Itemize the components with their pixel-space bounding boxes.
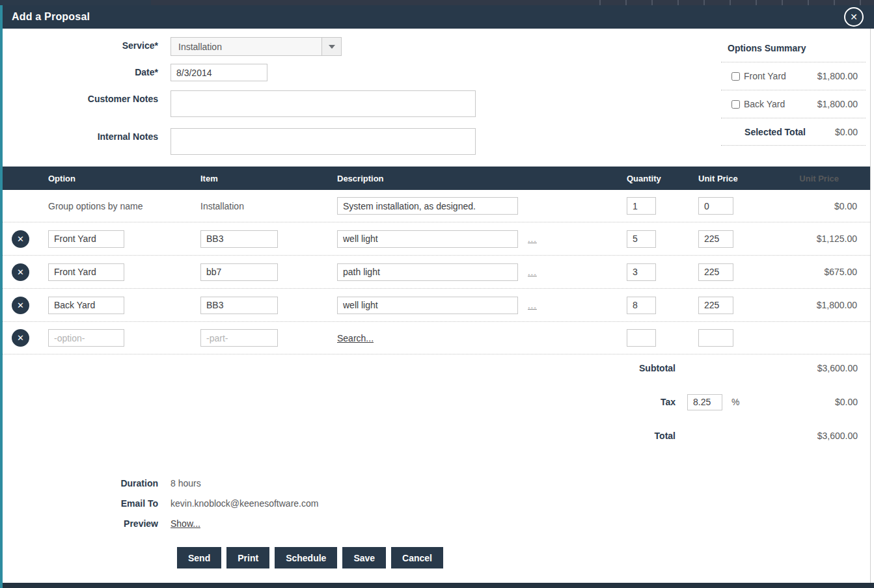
table-header: Option Item Description Quantity Unit Pr… [3, 167, 870, 190]
row-total: $1,800.00 [770, 300, 870, 310]
service-select-value: Installation [171, 42, 222, 52]
total-column-header: Unit Price [770, 174, 870, 183]
preview-label: Preview [3, 518, 158, 529]
background-page-top [0, 0, 874, 5]
option-field[interactable] [48, 263, 124, 281]
item-field[interactable] [200, 230, 278, 248]
print-button[interactable]: Print [226, 547, 269, 568]
row-total: $675.00 [770, 267, 870, 277]
delete-row-icon[interactable]: ✕ [12, 297, 29, 314]
more-description-link[interactable]: ... [528, 301, 537, 310]
selected-total-amount: $0.00 [806, 127, 858, 137]
close-icon[interactable]: ✕ [844, 7, 864, 27]
option-name: Back Yard [744, 99, 785, 109]
description-field[interactable] [337, 263, 518, 281]
front-yard-checkbox[interactable] [731, 72, 740, 81]
customer-notes-field[interactable] [171, 90, 476, 117]
search-part-link[interactable]: Search... [337, 333, 374, 343]
table-row: ✕ ... $675.00 [3, 256, 870, 289]
table-row: ✕ ... $1,800.00 [3, 289, 870, 322]
option-name: Front Yard [744, 71, 786, 81]
schedule-button[interactable]: Schedule [275, 547, 337, 568]
save-button[interactable]: Save [342, 547, 386, 568]
delete-row-icon[interactable]: ✕ [12, 329, 29, 347]
background-segment [0, 0, 151, 5]
quantity-column-header: Quantity [627, 174, 698, 183]
total-row: Total $3,600.00 [3, 423, 870, 448]
item-field[interactable] [200, 297, 278, 314]
service-select-arrow-button[interactable] [321, 38, 341, 55]
date-field[interactable] [171, 64, 267, 81]
description-field[interactable] [337, 230, 518, 248]
preview-row: Preview Show... [3, 513, 870, 533]
table-row: ✕ ... $1,125.00 [3, 222, 870, 256]
group-unit-price-field[interactable] [698, 197, 733, 215]
new-quantity-field[interactable] [627, 329, 656, 347]
modal-title: Add a Proposal [12, 11, 90, 23]
total-value: $3,600.00 [759, 431, 858, 441]
unit-price-field[interactable] [698, 297, 733, 314]
delete-row-icon[interactable]: ✕ [12, 230, 29, 248]
email-to-value: kevin.knoblock@keenesoftware.com [171, 498, 318, 509]
new-option-field[interactable] [48, 329, 124, 347]
selected-total-row: Selected Total $0.00 [721, 118, 866, 146]
more-description-link[interactable]: ... [528, 267, 537, 277]
customer-notes-label: Customer Notes [3, 90, 158, 104]
action-buttons: Send Print Schedule Save Cancel [3, 547, 870, 568]
unit-price-field[interactable] [698, 263, 733, 281]
unit-price-column-header: Unit Price [698, 174, 770, 183]
group-item-text: Installation [200, 201, 337, 211]
totals-section: Subtotal $3,600.00 Tax % $0.00 Total $3,… [3, 356, 870, 448]
options-summary-title: Options Summary [721, 43, 866, 62]
percent-sign: % [731, 397, 739, 407]
tax-row: Tax % $0.00 [3, 390, 870, 414]
group-description-field[interactable] [337, 197, 518, 215]
unit-price-field[interactable] [698, 230, 733, 248]
group-option-text: Group options by name [48, 201, 200, 211]
more-description-link[interactable]: ... [528, 234, 537, 244]
new-unit-price-field[interactable] [698, 329, 733, 347]
modal-right-border [870, 29, 871, 583]
footer-section: Duration 8 hours Email To kevin.knoblock… [3, 473, 870, 568]
service-label: Service* [3, 37, 158, 51]
quantity-field[interactable] [627, 263, 656, 281]
items-table: Option Item Description Quantity Unit Pr… [3, 167, 870, 354]
option-field[interactable] [48, 297, 124, 314]
item-column-header: Item [200, 174, 337, 183]
quantity-field[interactable] [627, 297, 656, 314]
chevron-down-icon [329, 45, 335, 49]
options-summary-item: Back Yard $1,800.00 [721, 90, 866, 118]
new-item-row: ✕ Search... [3, 322, 870, 354]
option-column-header: Option [48, 174, 200, 183]
back-yard-checkbox[interactable] [731, 100, 740, 109]
subtotal-row: Subtotal $3,600.00 [3, 356, 870, 381]
options-summary-item: Front Yard $1,800.00 [721, 62, 866, 90]
modal-header: Add a Proposal ✕ [0, 5, 874, 29]
modal-body: Service* Installation Date* Customer Not… [3, 29, 870, 583]
delete-row-icon[interactable]: ✕ [12, 263, 29, 281]
send-button[interactable]: Send [177, 547, 221, 568]
tax-rate-field[interactable] [687, 394, 722, 410]
tax-amount: $0.00 [759, 397, 858, 407]
internal-notes-field[interactable] [171, 128, 476, 155]
tax-label: Tax [661, 397, 676, 407]
options-summary-panel: Options Summary Front Yard $1,800.00 Bac… [721, 43, 866, 146]
row-total: $1,125.00 [770, 234, 870, 244]
description-field[interactable] [337, 297, 518, 314]
cancel-button[interactable]: Cancel [391, 547, 443, 568]
service-select[interactable]: Installation [171, 37, 342, 56]
group-row: Group options by name Installation $0.00 [3, 190, 870, 222]
preview-show-link[interactable]: Show... [171, 518, 200, 529]
item-field[interactable] [200, 263, 278, 281]
group-row-total: $0.00 [770, 201, 870, 211]
background-ticks [575, 0, 874, 5]
date-label: Date* [3, 64, 158, 77]
quantity-field[interactable] [627, 230, 656, 248]
option-amount: $1,800.00 [817, 99, 858, 109]
new-part-field[interactable] [200, 329, 278, 347]
page: Add a Proposal ✕ Service* Installation D… [0, 0, 874, 588]
option-field[interactable] [48, 230, 124, 248]
duration-label: Duration [3, 478, 158, 488]
group-quantity-field[interactable] [627, 197, 656, 215]
email-to-label: Email To [3, 498, 158, 509]
